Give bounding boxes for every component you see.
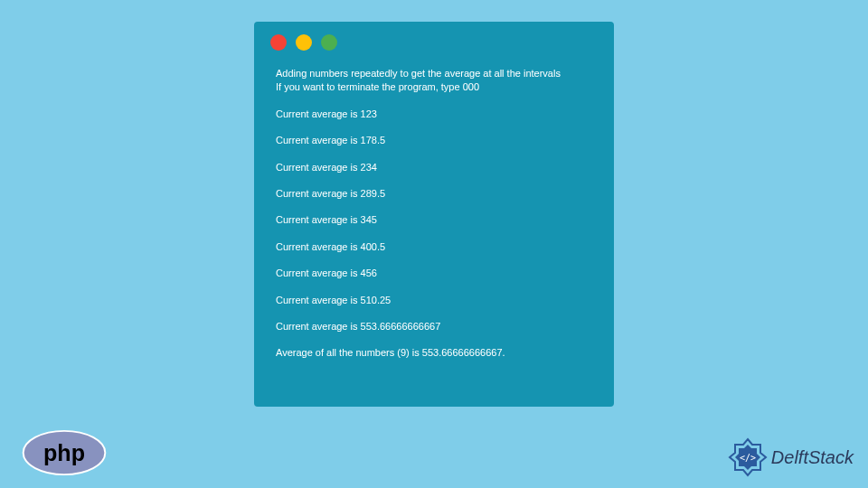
svg-text:</>: </> [740,453,756,463]
average-line: Current average is 123 [276,108,598,121]
delftstack-text: DelftStack [771,447,854,468]
terminal-window: Adding numbers repeatedly to get the ave… [254,22,614,407]
php-logo-text: php [43,440,85,465]
average-line: Current average is 400.5 [276,240,598,254]
minimize-icon[interactable] [296,34,312,51]
final-average-line: Average of all the numbers (9) is 553.66… [276,346,598,360]
average-line: Current average is 234 [276,161,598,174]
window-titlebar [270,34,598,51]
intro-line-1: Adding numbers repeatedly to get the ave… [276,67,598,80]
delftstack-icon: </> [728,437,768,477]
delftstack-logo: </> DelftStack [728,437,854,477]
intro-line-2: If you want to terminate the program, ty… [276,80,598,94]
average-line: Current average is 345 [276,213,598,227]
average-line: Current average is 289.5 [276,187,598,201]
average-line: Current average is 553.66666666667 [276,320,598,333]
php-logo: php [20,428,108,477]
average-line: Current average is 178.5 [276,134,598,147]
average-line: Current average is 456 [276,267,598,280]
average-line: Current average is 510.25 [276,294,598,307]
maximize-icon[interactable] [321,34,337,51]
close-icon[interactable] [270,34,287,51]
terminal-output: Adding numbers repeatedly to get the ave… [270,67,598,361]
